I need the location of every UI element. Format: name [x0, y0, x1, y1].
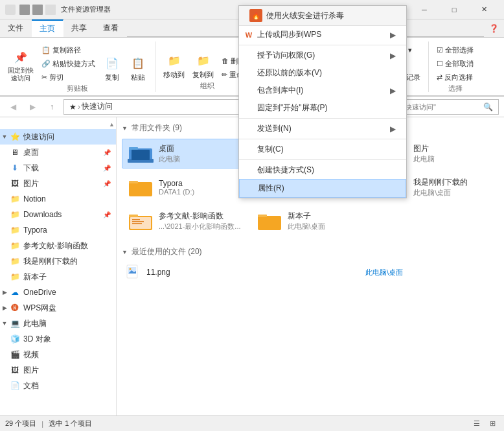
separator4 [239, 159, 406, 160]
wps-submenu-arrow: ▶ [377, 30, 396, 40]
context-menu-create-shortcut-label: 创建快捷方式(S) [257, 165, 314, 176]
context-menu-overlay: 🔥 使用火绒安全进行杀毒 W 上传或同步到WPS ▶ 授予访问权限(G) ▶ 还… [0, 0, 504, 431]
context-menu-header[interactable]: 🔥 使用火绒安全进行杀毒 [239, 6, 406, 26]
context-menu-include-label: 包含到库中(I) [257, 85, 303, 96]
context-menu-create-shortcut[interactable]: 创建快捷方式(S) [239, 161, 406, 179]
context-menu-properties[interactable]: 属性(R) [239, 179, 406, 198]
context-menu-restore[interactable]: 还原以前的版本(V) [239, 64, 406, 82]
context-menu-copy-label: 复制(C) [257, 144, 284, 155]
context-menu-pin[interactable]: 固定到"开始"屏幕(P) [239, 99, 406, 117]
include-submenu-arrow: ▶ [377, 86, 396, 95]
separator1 [239, 45, 406, 45]
fire-icon: 🔥 [249, 9, 262, 22]
context-menu-wps[interactable]: W 上传或同步到WPS ▶ [239, 26, 406, 43]
context-menu-sendto-label: 发送到(N) [257, 123, 292, 134]
context-menu-include[interactable]: 包含到库中(I) ▶ [239, 82, 406, 99]
context-menu-pin-label: 固定到"开始"屏幕(P) [257, 102, 328, 113]
context-menu-wps-label: 上传或同步到WPS [257, 29, 321, 40]
separator2 [239, 118, 406, 119]
sendto-submenu-arrow: ▶ [377, 124, 396, 134]
context-menu-copy[interactable]: 复制(C) [239, 141, 406, 158]
wps-menu-icon: W [243, 29, 255, 41]
separator3 [239, 139, 406, 139]
context-menu-sendto[interactable]: 发送到(N) ▶ [239, 120, 406, 137]
context-menu-header-label: 使用火绒安全进行杀毒 [266, 10, 344, 21]
context-menu-restore-label: 还原以前的版本(V) [257, 67, 322, 78]
context-menu-access-label: 授予访问权限(G) [257, 50, 315, 61]
access-submenu-arrow: ▶ [377, 51, 396, 60]
context-menu-properties-label: 属性(R) [258, 183, 284, 194]
context-menu-access[interactable]: 授予访问权限(G) ▶ [239, 47, 406, 64]
context-menu: 🔥 使用火绒安全进行杀毒 W 上传或同步到WPS ▶ 授予访问权限(G) ▶ 还… [238, 5, 407, 198]
